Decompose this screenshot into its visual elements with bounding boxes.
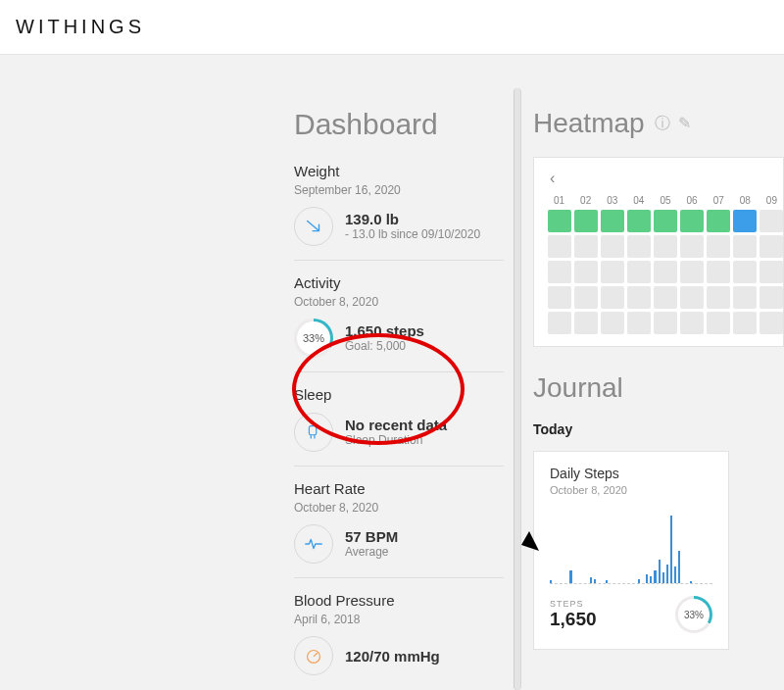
metric-activity[interactable]: Activity October 8, 2020 33% 1,650 steps… [294, 261, 504, 372]
vertical-scrollbar[interactable] [514, 88, 521, 690]
edit-icon[interactable]: ✎ [678, 114, 691, 134]
dashboard-panel: Dashboard Weight September 16, 2020 139.… [294, 108, 514, 690]
daily-steps-card[interactable]: Daily Steps October 8, 2020 STEPS 1,650 … [533, 451, 729, 650]
heatmap-widget[interactable]: ‹ 010203040506070809 [533, 157, 784, 347]
activity-progress-ring: 33% [294, 319, 333, 358]
sleep-value: No recent data [345, 417, 447, 433]
metric-heartrate[interactable]: Heart Rate October 8, 2020 57 BPM Averag… [294, 467, 504, 578]
sleep-sub: Sleep Duration [345, 433, 447, 449]
journal-subtitle: Today [533, 421, 784, 437]
right-column: Heatmap ⓘ ✎ ‹ 010203040506070809 Journal… [521, 108, 784, 690]
card-date: October 8, 2020 [550, 484, 712, 496]
metric-bloodpressure[interactable]: Blood Pressure April 6, 2018 120/70 mmHg [294, 578, 504, 689]
help-icon[interactable]: ⓘ [655, 114, 670, 134]
journal-title: Journal [533, 372, 784, 404]
steps-bar-chart [550, 506, 712, 584]
heatmap-day-labels: 010203040506070809 [544, 195, 783, 206]
topbar: WITHINGS [0, 0, 784, 55]
gauge-icon [294, 636, 333, 675]
weight-sub: - 13.0 lb since 09/10/2020 [345, 227, 480, 243]
weight-title: Weight [294, 163, 504, 179]
heartrate-sub: Average [345, 545, 398, 561]
chevron-left-icon[interactable]: ‹ [544, 166, 561, 191]
metric-weight[interactable]: Weight September 16, 2020 139.0 lb - 13.… [294, 163, 504, 261]
heartrate-value: 57 BPM [345, 528, 398, 545]
sleep-title: Sleep [294, 386, 504, 403]
content: Dashboard Weight September 16, 2020 139.… [0, 55, 784, 690]
activity-value: 1,650 steps [345, 322, 424, 339]
heatmap-title: Heatmap ⓘ ✎ [533, 108, 784, 139]
steps-value: 1,650 [550, 609, 597, 630]
activity-date: October 8, 2020 [294, 295, 504, 309]
card-title: Daily Steps [550, 466, 712, 481]
heatmap-grid [544, 210, 783, 334]
weight-date: September 16, 2020 [294, 183, 504, 197]
activity-title: Activity [294, 274, 504, 291]
steps-progress-ring: 33% [675, 596, 712, 633]
left-gutter [0, 108, 294, 690]
dashboard-title: Dashboard [294, 108, 504, 141]
heartrate-title: Heart Rate [294, 480, 504, 497]
bp-title: Blood Pressure [294, 592, 504, 609]
heartbeat-icon [294, 524, 333, 564]
heartrate-date: October 8, 2020 [294, 501, 504, 515]
metric-sleep[interactable]: Sleep No recent data Sleep Duration [294, 372, 504, 467]
brand-logo: WITHINGS [16, 16, 145, 38]
svg-rect-0 [309, 426, 316, 435]
bp-value: 120/70 mmHg [345, 648, 440, 665]
weight-value: 139.0 lb [345, 211, 480, 227]
steps-label: STEPS [550, 599, 597, 609]
trend-down-icon [294, 207, 333, 246]
bp-date: April 6, 2018 [294, 613, 504, 626]
activity-goal: Goal: 5,000 [345, 339, 424, 355]
sleep-icon [294, 413, 333, 452]
